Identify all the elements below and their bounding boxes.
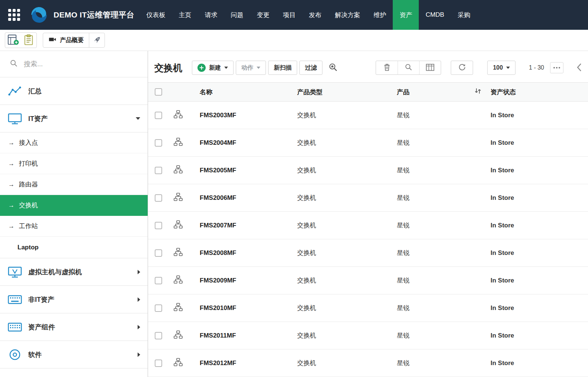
rocket-button[interactable] bbox=[89, 33, 105, 47]
row-checkbox[interactable] bbox=[155, 360, 162, 367]
trash-icon bbox=[383, 63, 391, 73]
product-overview-group: 产品概要 bbox=[43, 33, 105, 48]
asset-name[interactable]: FMS2012MF bbox=[200, 360, 236, 367]
sidebar-asset-type-item[interactable]: → 路由器 bbox=[0, 174, 148, 195]
sidebar-item-laptop[interactable]: Laptop bbox=[0, 237, 148, 258]
actions-button[interactable]: 动作 bbox=[236, 61, 266, 75]
asset-name[interactable]: FMS2006MF bbox=[200, 194, 236, 201]
nav-item[interactable]: 问题 bbox=[224, 0, 250, 30]
column-header-name[interactable]: 名称 bbox=[193, 83, 291, 102]
column-header-state[interactable]: 资产状态 bbox=[484, 83, 588, 102]
product-type-value: 交换机 bbox=[291, 102, 391, 129]
new-scan-button[interactable]: 新扫描 bbox=[268, 61, 297, 75]
nav-item[interactable]: 变更 bbox=[250, 0, 276, 30]
nav-item[interactable]: 维护 bbox=[367, 0, 393, 30]
nav-item[interactable]: 解决方案 bbox=[328, 0, 367, 30]
nav-item[interactable]: 资产 bbox=[393, 0, 419, 30]
component-icon bbox=[7, 323, 22, 332]
nav-item[interactable]: 仪表板 bbox=[139, 0, 172, 30]
asset-name[interactable]: FMS2004MF bbox=[200, 139, 236, 146]
arrow-right-icon: → bbox=[8, 202, 15, 209]
table-row[interactable]: FMS2006MF 交换机 星锐 In Store bbox=[148, 184, 588, 212]
asset-state-value: In Store bbox=[484, 102, 588, 129]
table-row[interactable]: FMS2004MF 交换机 星锐 In Store bbox=[148, 129, 588, 157]
sidebar-item-virtual-machines[interactable]: 虚拟主机与虚拟机 bbox=[0, 258, 148, 286]
table-row[interactable]: FMS2003MF 交换机 星锐 In Store bbox=[148, 102, 588, 129]
table-row[interactable]: FMS2011MF 交换机 星锐 In Store bbox=[148, 322, 588, 349]
sidebar-item-it-assets[interactable]: IT资产 bbox=[0, 105, 148, 132]
product-type-value: 交换机 bbox=[291, 184, 391, 212]
sidebar-item-label: 非IT资产 bbox=[28, 295, 132, 304]
asset-name[interactable]: FMS2003MF bbox=[200, 112, 236, 119]
app-title: DEMO IT运维管理平台 bbox=[54, 10, 134, 20]
network-device-icon bbox=[171, 192, 183, 201]
filter-button[interactable]: 过滤 bbox=[299, 61, 322, 75]
app-launcher-icon[interactable] bbox=[8, 9, 20, 21]
chevron-left-icon bbox=[577, 63, 582, 73]
row-checkbox[interactable] bbox=[155, 277, 162, 284]
delete-button[interactable] bbox=[376, 61, 398, 74]
nav-item[interactable]: CMDB bbox=[419, 0, 451, 30]
plus-icon bbox=[197, 64, 206, 72]
nav-item[interactable]: 项目 bbox=[276, 0, 302, 30]
product-type-value: 交换机 bbox=[291, 129, 391, 157]
row-checkbox[interactable] bbox=[155, 222, 162, 229]
network-device-icon bbox=[171, 220, 183, 229]
row-checkbox[interactable] bbox=[155, 194, 162, 202]
sidebar-asset-type-item[interactable]: → 工作站 bbox=[0, 216, 148, 237]
row-checkbox[interactable] bbox=[155, 112, 162, 119]
column-header-product-type[interactable]: 产品类型 bbox=[291, 83, 391, 102]
sidebar-item-summary[interactable]: 汇总 bbox=[0, 77, 148, 105]
row-checkbox[interactable] bbox=[155, 249, 162, 257]
nav-item[interactable]: 采购 bbox=[451, 0, 477, 30]
page-size-dropdown[interactable]: 100 bbox=[487, 61, 515, 75]
collapse-panel-button[interactable] bbox=[574, 61, 584, 75]
table-row[interactable]: FMS2008MF 交换机 星锐 In Store bbox=[148, 239, 588, 267]
nav-item[interactable]: 请求 bbox=[198, 0, 224, 30]
row-checkbox[interactable] bbox=[155, 332, 162, 339]
virtual-machine-icon bbox=[7, 266, 22, 278]
asset-name[interactable]: FMS2009MF bbox=[200, 277, 236, 284]
brand-logo-icon[interactable] bbox=[30, 6, 48, 23]
table-row[interactable]: FMS2005MF 交换机 星锐 In Store bbox=[148, 157, 588, 184]
table-row[interactable]: FMS2010MF 交换机 星锐 In Store bbox=[148, 294, 588, 322]
clipboard-icon bbox=[23, 34, 34, 47]
product-overview-button[interactable]: 产品概要 bbox=[43, 33, 89, 47]
asset-name[interactable]: FMS2011MF bbox=[200, 332, 236, 339]
sort-icon[interactable] bbox=[474, 88, 482, 96]
search-input[interactable] bbox=[24, 60, 138, 68]
nav-item[interactable]: 发布 bbox=[302, 0, 328, 30]
line-chart-icon bbox=[7, 86, 22, 96]
asset-name[interactable]: FMS2005MF bbox=[200, 167, 236, 174]
new-button[interactable]: 新建 bbox=[192, 61, 234, 75]
table-row[interactable]: FMS2012MF 交换机 星锐 In Store bbox=[148, 349, 588, 377]
table-row[interactable]: FMS2007MF 交换机 星锐 In Store bbox=[148, 212, 588, 239]
saved-search-button[interactable] bbox=[325, 61, 341, 75]
asset-name[interactable]: FMS2010MF bbox=[200, 304, 236, 311]
sidebar-item-asset-components[interactable]: 资产组件 bbox=[0, 313, 148, 341]
row-checkbox[interactable] bbox=[155, 304, 162, 312]
asset-name[interactable]: FMS2007MF bbox=[200, 222, 236, 229]
sidebar-item-non-it-assets[interactable]: 非IT资产 bbox=[0, 286, 148, 313]
refresh-button[interactable] bbox=[451, 61, 473, 75]
row-checkbox[interactable] bbox=[155, 139, 162, 147]
sidebar-asset-type-item[interactable]: → 接入点 bbox=[0, 132, 148, 153]
row-checkbox[interactable] bbox=[155, 167, 162, 174]
search-button[interactable] bbox=[398, 61, 419, 74]
asset-name[interactable]: FMS2008MF bbox=[200, 249, 236, 256]
sidebar-asset-type-item[interactable]: → 打印机 bbox=[0, 153, 148, 174]
asset-table: 名称 产品类型 产品 资产状态 bbox=[148, 82, 588, 377]
column-header-product[interactable]: 产品 bbox=[391, 83, 484, 102]
column-chooser-button[interactable] bbox=[419, 61, 441, 74]
clipboard-button[interactable] bbox=[21, 33, 36, 48]
main-panel: 交换机 新建 动作 新扫描 过滤 bbox=[148, 51, 588, 377]
table-row[interactable]: FMS2009MF 交换机 星锐 In Store bbox=[148, 267, 588, 294]
sidebar-asset-type-label: 打印机 bbox=[19, 159, 38, 168]
add-record-button[interactable] bbox=[5, 33, 21, 48]
pagination-more-button[interactable] bbox=[550, 62, 563, 73]
nav-item[interactable]: 主页 bbox=[172, 0, 198, 30]
select-all-checkbox[interactable] bbox=[155, 88, 162, 96]
sidebar-asset-type-item[interactable]: → 交换机 bbox=[0, 195, 148, 216]
table-header-row: 名称 产品类型 产品 资产状态 bbox=[148, 83, 588, 102]
sidebar-item-software[interactable]: 软件 bbox=[0, 341, 148, 368]
